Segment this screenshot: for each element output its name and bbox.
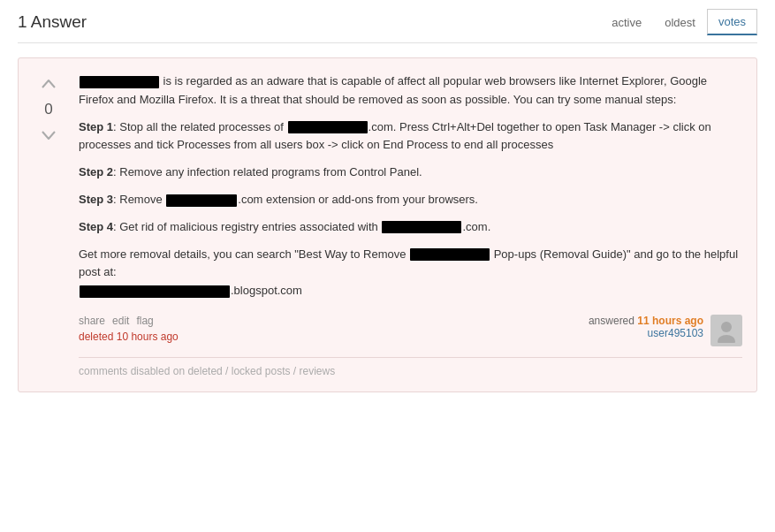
step4-text2: .com. bbox=[462, 220, 490, 233]
footer-right: answered 11 hours ago user495103 bbox=[589, 315, 742, 346]
redacted-intro-domain bbox=[80, 76, 159, 88]
deleted-note: deleted 10 hours ago bbox=[79, 331, 179, 343]
content-column: is is regarded as an adware that is capa… bbox=[79, 72, 742, 377]
user-name[interactable]: user495103 bbox=[648, 327, 703, 339]
redacted-step1-domain bbox=[288, 121, 368, 133]
edit-link[interactable]: edit bbox=[112, 315, 129, 327]
step4-label: Step 4 bbox=[79, 220, 113, 233]
step2-text: : Remove any infection related programs … bbox=[113, 165, 422, 179]
step3-paragraph: Step 3: Remove .com extension or add-ons… bbox=[79, 191, 742, 209]
comments-disabled: comments disabled on deleted / locked po… bbox=[79, 357, 742, 377]
step4-text: : Get rid of malicious registry entries … bbox=[113, 220, 378, 233]
tab-active[interactable]: active bbox=[600, 10, 653, 35]
action-links: share edit flag bbox=[79, 315, 179, 327]
redacted-closing-url bbox=[80, 285, 230, 298]
tab-oldest[interactable]: oldest bbox=[653, 10, 707, 35]
answer-card: 0 is is regarded as an adware that is ca… bbox=[18, 57, 757, 392]
flag-link[interactable]: flag bbox=[136, 315, 153, 327]
step4-paragraph: Step 4: Get rid of malicious registry en… bbox=[79, 218, 742, 237]
closing-text: Get more removal details, you can search… bbox=[79, 247, 406, 261]
redacted-closing-domain bbox=[410, 248, 490, 261]
footer-left: share edit flag deleted 10 hours ago bbox=[79, 315, 179, 343]
sort-tabs: active oldest votes bbox=[600, 9, 757, 35]
answer-body: 0 is is regarded as an adware that is ca… bbox=[33, 72, 742, 377]
svg-point-0 bbox=[721, 322, 732, 332]
step1-paragraph: Step 1: Stop all the related processes o… bbox=[79, 118, 742, 156]
step2-label: Step 2 bbox=[79, 165, 113, 179]
downvote-button[interactable] bbox=[34, 122, 63, 147]
intro-paragraph: is is regarded as an adware that is capa… bbox=[79, 72, 742, 110]
avatar bbox=[710, 315, 742, 346]
svg-point-1 bbox=[718, 335, 735, 343]
redacted-step3-domain bbox=[166, 194, 237, 207]
answered-time: 11 hours ago bbox=[637, 315, 703, 327]
step2-paragraph: Step 2: Remove any infection related pro… bbox=[79, 163, 742, 182]
upvote-button[interactable] bbox=[34, 72, 63, 97]
answer-count: 1 Answer bbox=[18, 12, 87, 32]
vote-count: 0 bbox=[44, 101, 52, 118]
answered-info: answered 11 hours ago user495103 bbox=[589, 315, 703, 339]
step3-text2: .com extension or add-ons from your brow… bbox=[238, 193, 478, 206]
answer-footer: share edit flag deleted 10 hours ago ans… bbox=[79, 315, 742, 346]
intro-text: is is regarded as an adware that is capa… bbox=[79, 74, 707, 106]
tab-votes[interactable]: votes bbox=[707, 9, 757, 35]
closing-paragraph: Get more removal details, you can search… bbox=[79, 246, 742, 300]
step3-label: Step 3 bbox=[79, 193, 113, 206]
step1-text: : Stop all the related processes of bbox=[113, 120, 284, 133]
step3-text: : Remove bbox=[113, 193, 163, 206]
share-link[interactable]: share bbox=[79, 315, 105, 327]
answered-label: answered bbox=[589, 315, 634, 327]
redacted-step4-domain bbox=[382, 221, 461, 233]
answers-header: 1 Answer active oldest votes bbox=[18, 9, 757, 43]
vote-column: 0 bbox=[33, 72, 65, 377]
closing-text3: .blogspot.com bbox=[231, 284, 302, 297]
step1-label: Step 1 bbox=[79, 120, 113, 133]
